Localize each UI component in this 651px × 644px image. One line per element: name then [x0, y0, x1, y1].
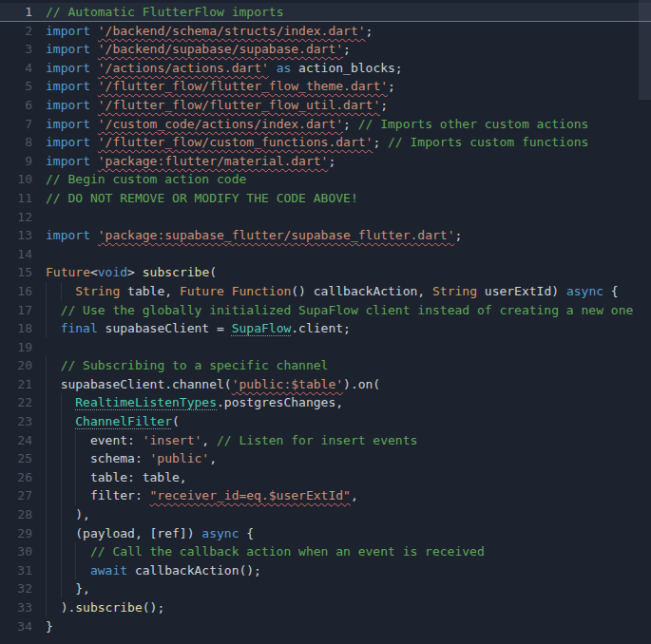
line-number: 3 [0, 40, 32, 59]
code-line[interactable]: 22RealtimeListenTypes.postgresChanges, [0, 393, 651, 412]
token: 'public' [150, 451, 210, 465]
scrollbar-thumb[interactable] [639, 0, 651, 100]
token: } [46, 619, 53, 634]
code-line[interactable]: 19 [0, 338, 651, 357]
code-line[interactable]: 1// Automatic FlutterFlow imports [0, 3, 651, 22]
code-text: // Use the globally initialized SupaFlow… [46, 301, 651, 320]
code-line[interactable]: 26table: table, [0, 468, 651, 487]
token: event: [90, 433, 143, 447]
code-line[interactable]: 12 [0, 208, 651, 227]
code-text: supabaseClient.channel('public:$table').… [46, 375, 651, 394]
token: async [566, 284, 603, 298]
gutter-gap [32, 208, 46, 227]
code-text: ChannelFilter( [46, 412, 651, 431]
code-line[interactable]: 16String table, Future Function() callba… [0, 282, 651, 301]
token: () callbackAction, [291, 284, 432, 298]
code-line[interactable]: 3import '/backend/supabase/supabase.dart… [0, 40, 651, 59]
indent-guide [46, 486, 61, 505]
code-line[interactable]: 2import '/backend/schema/structs/index.d… [0, 22, 651, 41]
code-line[interactable]: 8import '/flutter_flow/custom_functions.… [0, 133, 651, 152]
code-line[interactable]: 30// Call the callback action when an ev… [0, 542, 651, 561]
line-number: 22 [0, 393, 32, 412]
token: ( [209, 265, 217, 279]
line-number: 15 [0, 263, 32, 282]
gutter-gap [32, 301, 46, 320]
token [90, 117, 98, 131]
gutter-gap [32, 617, 46, 636]
indent-guide [61, 468, 76, 487]
token: 'insert' [143, 433, 202, 447]
token: // Imports other custom actions [358, 117, 589, 131]
line-number: 7 [0, 115, 32, 134]
token [90, 228, 98, 242]
code-line[interactable]: 32}, [0, 579, 651, 598]
token: { [603, 284, 619, 298]
gutter-gap [32, 189, 46, 208]
code-line[interactable]: 21supabaseClient.channel('public:$table'… [0, 375, 651, 394]
gutter-gap [32, 59, 46, 78]
line-number: 28 [0, 505, 32, 524]
code-text: import '/flutter_flow/flutter_flow_util.… [46, 96, 651, 115]
token: "receiver_id=eq.$userExtId" [150, 488, 351, 502]
code-line[interactable]: 33).subscribe(); [0, 598, 651, 617]
code-line[interactable]: 27filter: "receiver_id=eq.$userExtId", [0, 486, 651, 505]
code-line[interactable]: 14 [0, 245, 651, 264]
indent-guide [61, 431, 76, 450]
code-line[interactable]: 13import 'package:supabase_flutter/supab… [0, 226, 651, 245]
token: , [351, 488, 358, 502]
code-line[interactable]: 25schema: 'public', [0, 449, 651, 468]
token: supabaseClient.channel( [61, 377, 232, 391]
code-line[interactable]: 31await callbackAction(); [0, 561, 651, 580]
line-number: 31 [0, 561, 32, 580]
token: Future [46, 265, 90, 279]
token: ; [343, 117, 358, 131]
code-editor[interactable]: 1// Automatic FlutterFlow imports2import… [0, 0, 651, 644]
code-line[interactable]: 20// Subscribing to a specific channel [0, 356, 651, 375]
code-text: String table, Future Function() callback… [46, 282, 651, 301]
gutter-gap [32, 3, 46, 22]
code-text: import 'package:flutter/material.dart'; [46, 152, 651, 171]
line-number: 21 [0, 375, 32, 394]
code-line[interactable]: 15Future<void> subscribe( [0, 263, 651, 282]
indent-guide [61, 505, 76, 524]
code-line[interactable]: 18final supabaseClient = SupaFlow.client… [0, 319, 651, 338]
indent-guide [46, 375, 61, 394]
code-line[interactable]: 29(payload, [ref]) async { [0, 524, 651, 543]
token: '/flutter_flow/flutter_flow_theme.dart' [98, 79, 388, 93]
gutter-gap [32, 282, 46, 301]
code-line[interactable]: 9import 'package:flutter/material.dart'; [0, 152, 651, 171]
code-line[interactable]: 34} [0, 617, 651, 636]
code-line[interactable]: 7import '/custom_code/actions/index.dart… [0, 115, 651, 134]
code-line[interactable]: 23ChannelFilter( [0, 412, 651, 431]
token: table, [120, 284, 180, 298]
gutter-gap [32, 561, 46, 580]
code-line[interactable]: 17// Use the globally initialized SupaFl… [0, 301, 651, 320]
token: ), [75, 507, 90, 521]
code-line[interactable]: 5import '/flutter_flow/flutter_flow_them… [0, 77, 651, 96]
token: '/flutter_flow/custom_functions.dart' [98, 135, 373, 149]
code-line[interactable]: 11// DO NOT REMOVE OR MODIFY THE CODE AB… [0, 189, 651, 208]
line-number: 1 [0, 3, 32, 22]
code-line[interactable]: 4import '/actions/actions.dart' as actio… [0, 59, 651, 78]
token: SupaFlow [232, 321, 292, 335]
code-text: RealtimeListenTypes.postgresChanges, [46, 393, 651, 412]
code-line[interactable]: 24event: 'insert', // Listen for insert … [0, 431, 651, 450]
token: ). [61, 600, 76, 615]
token [90, 24, 98, 38]
code-text: import '/actions/actions.dart' as action… [46, 59, 651, 78]
token: (payload, [ref]) [75, 526, 201, 540]
code-line[interactable]: 28), [0, 505, 651, 524]
code-text: } [46, 617, 651, 636]
token [90, 61, 98, 75]
token: // Automatic FlutterFlow imports [46, 5, 283, 19]
code-line[interactable]: 10// Begin custom action code [0, 170, 651, 189]
code-text: ), [46, 505, 651, 524]
gutter-gap [32, 524, 46, 543]
code-text: // DO NOT REMOVE OR MODIFY THE CODE ABOV… [46, 189, 651, 208]
line-number: 4 [0, 59, 32, 78]
code-line[interactable]: 6import '/flutter_flow/flutter_flow_util… [0, 96, 651, 115]
indent-guide [46, 319, 61, 338]
token [224, 284, 232, 298]
token [90, 42, 98, 56]
token: .client; [291, 321, 351, 335]
